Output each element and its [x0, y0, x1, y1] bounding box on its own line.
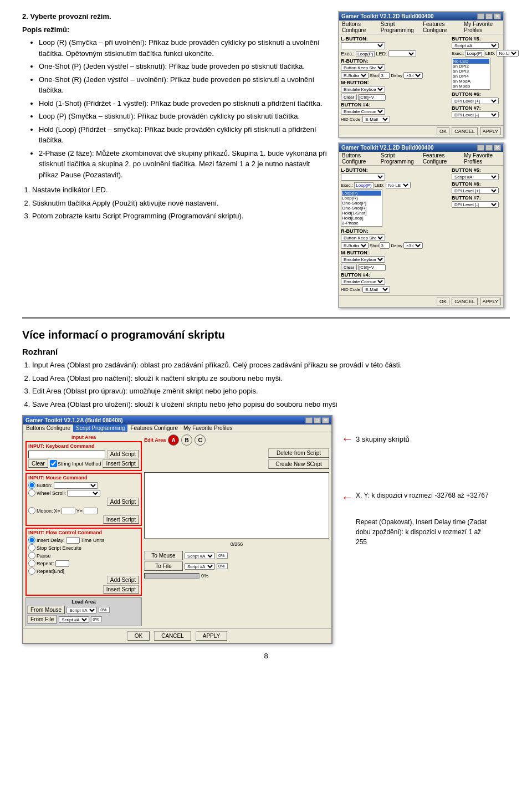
- close-button-2[interactable]: ✕: [494, 145, 501, 151]
- d2-option-hold1shot[interactable]: Hold[1-Shot]: [342, 211, 381, 216]
- d2-delay-select[interactable]: ×3.0: [403, 242, 423, 249]
- keyboard-input-field[interactable]: [28, 451, 105, 458]
- button7-select[interactable]: DPI Level [-]: [452, 111, 499, 118]
- d2-b5-select[interactable]: Script #A: [452, 173, 499, 180]
- from-mouse-script-select[interactable]: Script #A: [66, 607, 97, 613]
- d2-led-select[interactable]: No-LED: [386, 182, 411, 188]
- minimize-button-2[interactable]: _: [477, 145, 484, 151]
- repeat-radio[interactable]: [28, 560, 35, 567]
- wheel-radio[interactable]: [28, 489, 35, 497]
- rbutton-select[interactable]: R-Button: [341, 72, 369, 79]
- button-select[interactable]: [54, 482, 98, 489]
- d2-mbutton-select[interactable]: Emulate Keyboard: [341, 256, 385, 263]
- lbutton-select[interactable]: [341, 42, 385, 49]
- button4-select[interactable]: Emulate Consumer Control: [341, 108, 385, 115]
- dialog2-apply[interactable]: APPLY: [480, 298, 501, 305]
- motion-radio[interactable]: [28, 507, 35, 514]
- big-minimize[interactable]: _: [305, 417, 313, 423]
- tab-b[interactable]: B: [181, 434, 192, 446]
- close-button[interactable]: ✕: [494, 13, 501, 19]
- big-menu-script[interactable]: Script Programming: [73, 425, 127, 432]
- stop-script-radio[interactable]: [28, 544, 35, 551]
- d2-option-2phase[interactable]: 2-Phase: [342, 221, 381, 226]
- dialog1-cancel[interactable]: CANCEL: [452, 127, 478, 135]
- menu-script[interactable]: Script Programming: [378, 21, 420, 34]
- dialog2-cancel[interactable]: CANCEL: [452, 298, 478, 305]
- delay-select[interactable]: ×3.0: [403, 72, 423, 79]
- led-select[interactable]: [388, 50, 416, 57]
- x-input[interactable]: [62, 508, 75, 514]
- add-script-btn-1[interactable]: Add Script: [107, 450, 139, 458]
- clear-button[interactable]: Clear: [341, 94, 357, 101]
- menu-features[interactable]: Features Configure: [420, 21, 461, 34]
- d2-option-loopP[interactable]: Loop(P): [342, 191, 381, 196]
- menu-buttons-2[interactable]: Buttons Configure: [339, 152, 378, 165]
- d2-clear-button[interactable]: Clear: [341, 264, 357, 271]
- big-maximize[interactable]: □: [314, 417, 321, 423]
- maximize-button[interactable]: □: [485, 13, 493, 19]
- button6-select[interactable]: DPI Level [+]: [452, 98, 499, 104]
- d2-option-holdloop[interactable]: Hold[Loop]: [342, 216, 381, 221]
- dialog1-ok[interactable]: OK: [437, 127, 449, 135]
- to-file-script-select[interactable]: Script #A: [185, 563, 215, 570]
- button-radio[interactable]: [28, 482, 35, 489]
- d2-ctrlv-input[interactable]: [358, 264, 386, 271]
- delete-from-script-btn[interactable]: Delete from Script: [268, 448, 329, 458]
- d2-option-oneshotP[interactable]: One-Shot[P]: [342, 201, 381, 206]
- ctrl-v-input[interactable]: [358, 94, 386, 101]
- d2-rbutton-top[interactable]: Button Keep Shot: [341, 234, 385, 241]
- big-menu-buttons[interactable]: Buttons Configure: [23, 425, 73, 432]
- big-close[interactable]: ✕: [322, 417, 329, 423]
- to-mouse-btn[interactable]: To Mouse: [144, 551, 183, 560]
- menu-script-2[interactable]: Script Programming: [378, 152, 420, 165]
- big-ok-btn[interactable]: OK: [127, 631, 150, 641]
- y-input[interactable]: [84, 508, 98, 514]
- minimize-button[interactable]: _: [477, 13, 484, 19]
- repeat-end-radio[interactable]: [28, 567, 35, 575]
- script-text-area[interactable]: [144, 472, 329, 539]
- insert-delay-radio[interactable]: [28, 536, 35, 544]
- to-file-btn[interactable]: To File: [144, 561, 183, 571]
- d2-button4-select[interactable]: Emulate Consumer Control: [341, 278, 385, 285]
- repeat-input[interactable]: [55, 560, 69, 567]
- big-cancel-btn[interactable]: CANCEL: [154, 631, 191, 641]
- d2-option-oneshotR[interactable]: One-Shot[R]: [342, 206, 381, 211]
- menu-profiles-2[interactable]: My Favorite Profiles: [461, 152, 503, 165]
- from-mouse-btn[interactable]: From Mouse: [27, 606, 65, 614]
- d2-shot-input[interactable]: [380, 242, 390, 249]
- from-file-btn[interactable]: From File: [27, 615, 57, 623]
- d2-b6-select[interactable]: DPI Level [+]: [452, 187, 499, 194]
- b5-led-select[interactable]: No-LED: [497, 50, 519, 57]
- create-new-script-btn[interactable]: Create New SCript: [268, 459, 329, 469]
- pause-radio[interactable]: [28, 552, 35, 559]
- tab-c[interactable]: C: [195, 434, 206, 446]
- menu-profiles[interactable]: My Favorite Profiles: [461, 21, 503, 34]
- d2-b7-select[interactable]: DPI Level [-]: [452, 201, 499, 208]
- d2-rbutton-select[interactable]: R-Button: [341, 242, 369, 249]
- add-script-btn-3[interactable]: Add Script: [107, 576, 139, 584]
- hid-select[interactable]: E-Mail: [362, 116, 390, 122]
- button5-select[interactable]: Script #A: [452, 42, 499, 49]
- menu-buttons[interactable]: Buttons Configure: [339, 21, 378, 34]
- insert-script-btn-2[interactable]: Insert Script: [103, 515, 139, 524]
- to-mouse-script-select[interactable]: Script #A: [185, 553, 215, 559]
- d2-lbutton-select[interactable]: [341, 173, 385, 181]
- wheel-select[interactable]: [67, 490, 100, 497]
- dialog2-ok[interactable]: OK: [437, 298, 449, 305]
- big-menu-features[interactable]: Features Configure: [127, 425, 181, 432]
- d2-hid-select[interactable]: E-Mail: [362, 286, 390, 293]
- mbutton-select[interactable]: Emulate Keyboard: [341, 86, 385, 93]
- menu-features-2[interactable]: Features Configure: [420, 152, 461, 165]
- shot-num-input[interactable]: [380, 72, 390, 79]
- insert-script-btn-1[interactable]: Insert Script: [103, 459, 139, 468]
- big-apply-btn[interactable]: APPLY: [196, 631, 228, 641]
- string-method-checkbox[interactable]: [50, 460, 57, 467]
- add-script-btn-2[interactable]: Add Script: [107, 498, 139, 506]
- insert-script-btn-3[interactable]: Insert Script: [103, 585, 139, 594]
- dialog1-apply[interactable]: APPLY: [480, 127, 501, 135]
- d2-option-loopR[interactable]: Loop(R): [342, 196, 381, 201]
- big-menu-profiles[interactable]: My Favorite Profiles: [181, 425, 235, 432]
- from-file-script-select[interactable]: Script #A: [59, 616, 89, 623]
- rbutton-select-top[interactable]: Button Keep Shot: [341, 64, 385, 71]
- tab-a[interactable]: A: [168, 434, 179, 446]
